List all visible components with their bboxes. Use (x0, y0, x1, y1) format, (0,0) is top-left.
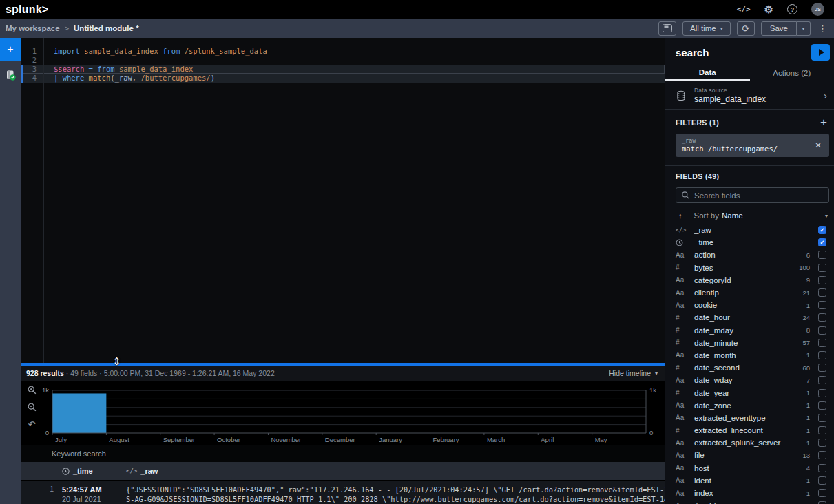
data-source-row[interactable]: Data source sample_data_index › (665, 81, 834, 110)
field-checkbox[interactable]: ✓ (818, 226, 826, 234)
fields-search-input[interactable] (694, 191, 823, 200)
remove-filter-icon[interactable]: ✕ (813, 140, 823, 150)
svg-text:0: 0 (649, 429, 653, 437)
field-checkbox[interactable] (818, 489, 826, 497)
code-text: $search = from sample_data_index (43, 65, 193, 74)
string-type-icon: Aa (676, 401, 694, 409)
time-column-header[interactable]: _time (62, 467, 116, 475)
code-line[interactable]: 1import sample_data_index from /splunk_s… (21, 47, 665, 56)
field-checkbox[interactable] (818, 464, 826, 472)
timeline-chart[interactable]: 001k1kJulyAugustSeptemberOctoberNovember… (40, 382, 663, 444)
gear-icon[interactable]: ⚙ (764, 3, 773, 16)
module-item[interactable] (0, 65, 21, 85)
field-row-date_mday[interactable]: #date_mday8 (665, 324, 834, 337)
field-row-index[interactable]: Aaindex1 (665, 487, 834, 499)
field-row-clientip[interactable]: Aaclientip21 (665, 286, 834, 299)
code-icon[interactable]: </> (737, 5, 751, 14)
row-number: 1 (21, 481, 62, 504)
code-lines: 1import sample_data_index from /splunk_s… (21, 47, 665, 83)
raw-column-header[interactable]: </> _raw (116, 462, 665, 480)
field-checkbox[interactable] (818, 301, 826, 309)
field-checkbox[interactable] (818, 326, 826, 335)
keyword-search-input[interactable] (21, 445, 665, 462)
zoom-in-icon[interactable] (28, 385, 37, 395)
field-checkbox[interactable] (818, 401, 826, 410)
tab-actions-2-[interactable]: Actions (2) (750, 65, 834, 81)
tab-data[interactable]: Data (665, 65, 750, 81)
field-row-host[interactable]: Aahost4 (665, 462, 834, 474)
user-avatar[interactable]: JS (811, 3, 824, 16)
code-line[interactable]: 2 (21, 56, 665, 65)
field-row-date_hour[interactable]: #date_hour24 (665, 311, 834, 324)
save-button[interactable]: Save (761, 21, 797, 36)
field-checkbox[interactable] (818, 414, 826, 422)
field-row-cookie[interactable]: Aacookie1 (665, 299, 834, 311)
field-checkbox[interactable] (818, 364, 826, 372)
refresh-button[interactable]: ⟳ (737, 21, 755, 36)
code-line[interactable]: 3$search = from sample_data_index (21, 65, 665, 74)
more-options-icon[interactable]: ⋮ (817, 23, 828, 34)
field-name: date_minute (694, 339, 802, 347)
add-filter-icon[interactable]: + (820, 116, 827, 128)
field-checkbox[interactable] (818, 389, 826, 397)
field-row-date_zone[interactable]: Aadate_zone1 (665, 399, 834, 412)
field-row-itemId[interactable]: AaitemId15 (665, 499, 834, 504)
field-checkbox[interactable] (818, 251, 826, 259)
layout-toggle-button[interactable] (658, 21, 676, 36)
field-checkbox[interactable] (818, 288, 826, 297)
zoom-out-icon[interactable] (28, 402, 37, 412)
field-row-_raw[interactable]: </>_raw✓ (665, 224, 834, 236)
field-checkbox[interactable] (818, 276, 826, 284)
field-name: host (694, 464, 806, 472)
field-row-extracted_splunk_server[interactable]: Aaextracted_splunk_server1 (665, 437, 834, 449)
run-search-button[interactable] (811, 44, 830, 61)
time-range-picker[interactable]: All time ▾ (682, 21, 731, 36)
gutter-divider (43, 38, 44, 363)
field-row-date_month[interactable]: Aadate_month1 (665, 349, 834, 361)
field-checkbox[interactable] (818, 339, 826, 347)
field-row-file[interactable]: Aafile13 (665, 449, 834, 461)
field-count: 1 (806, 476, 810, 484)
field-checkbox[interactable] (818, 439, 826, 447)
string-type-icon: Aa (676, 476, 694, 484)
string-type-icon: Aa (676, 351, 694, 359)
breadcrumb-workspace[interactable]: My workspace (6, 24, 60, 32)
help-icon[interactable]: ? (787, 4, 797, 14)
field-row-categoryId[interactable]: AacategoryId9 (665, 274, 834, 286)
code-line[interactable]: 4| where match(_raw, /buttercupgames/) (21, 74, 665, 83)
module-toolbar: My workspace > Untitled module * All tim… (0, 19, 834, 38)
field-row-ident[interactable]: Aaident1 (665, 474, 834, 487)
field-row-date_year[interactable]: #date_year1 (665, 386, 834, 399)
code-text: | where match(_raw, /buttercupgames/) (43, 74, 215, 83)
undo-zoom-icon[interactable]: ↶ (28, 419, 36, 429)
hide-timeline-toggle[interactable]: Hide timeline ▾ (609, 369, 658, 377)
time-range-label: All time (690, 24, 716, 32)
field-row-action[interactable]: Aaaction6 (665, 249, 834, 261)
breadcrumb: My workspace > Untitled module * (6, 24, 139, 32)
field-row-extracted_linecount[interactable]: #extracted_linecount1 (665, 424, 834, 437)
field-checkbox[interactable] (818, 376, 826, 384)
fields-sort-row[interactable]: ↑ Sort by Name ▾ (665, 209, 834, 224)
code-text: import sample_data_index from /splunk_sa… (43, 47, 267, 56)
number-type-icon: # (676, 314, 694, 322)
field-row-bytes[interactable]: #bytes100 (665, 262, 834, 274)
field-checkbox[interactable] (818, 313, 826, 322)
field-row-extracted_eventtype[interactable]: Aaextracted_eventtype1 (665, 412, 834, 424)
field-checkbox[interactable] (818, 451, 826, 459)
field-name: _time (694, 238, 810, 246)
field-checkbox[interactable]: ✓ (818, 238, 826, 246)
field-checkbox[interactable] (818, 264, 826, 272)
field-checkbox[interactable] (818, 351, 826, 359)
field-row-date_minute[interactable]: #date_minute57 (665, 337, 834, 349)
save-options-button[interactable]: ▾ (797, 21, 811, 36)
spl-code-editor[interactable]: 1import sample_data_index from /splunk_s… (21, 38, 665, 363)
add-module-button[interactable]: + (0, 38, 21, 61)
field-checkbox[interactable] (818, 426, 826, 434)
field-row-_time[interactable]: _time✓ (665, 236, 834, 249)
field-row-date_wday[interactable]: Aadate_wday7 (665, 374, 834, 386)
field-checkbox[interactable] (818, 501, 826, 504)
table-row[interactable]: 15:24:57 AM20 Jul 2021{"JSESSIONID":"SD8… (21, 480, 665, 504)
filter-chip[interactable]: _raw match /buttercupgames/ ✕ (676, 134, 829, 157)
field-row-date_second[interactable]: #date_second60 (665, 361, 834, 374)
field-checkbox[interactable] (818, 476, 826, 485)
